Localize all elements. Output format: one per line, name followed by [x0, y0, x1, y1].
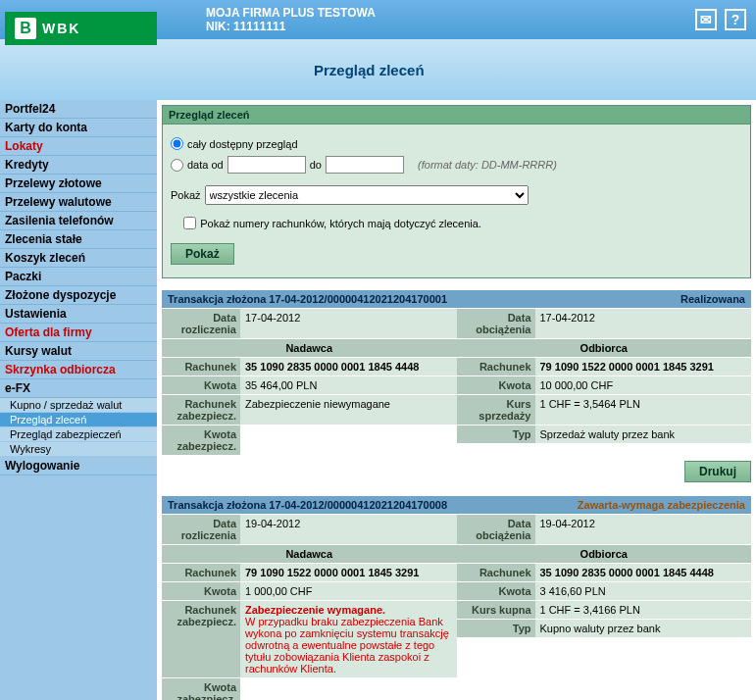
filter-panel: cały dostępny przegląd data od do (forma… [162, 125, 751, 278]
action-button-drukuj[interactable]: Drukuj [684, 461, 751, 482]
tx-title: Transakcja złożona 17-04-2012/0000041202… [162, 290, 506, 308]
sidebar-item[interactable]: Przelewy walutowe [0, 193, 157, 212]
sidebar-item[interactable]: Oferta dla firmy [0, 324, 157, 342]
sidebar-item[interactable]: Zasilenia telefonów [0, 212, 157, 230]
nik-value: 11111111 [233, 20, 285, 33]
tx-status: Zawarta-wymaga zabezpieczenia [506, 496, 751, 514]
sidebar-item[interactable]: Kredyty [0, 156, 157, 175]
sidebar-sub-item[interactable]: Kupno / sprzedaż walut [0, 398, 157, 413]
date-to-input[interactable] [326, 156, 404, 174]
label: Data rozliczenia [162, 515, 240, 544]
radio-all[interactable] [171, 137, 183, 150]
security-warning: Zabezpieczenie wymagane.W przypadku brak… [240, 601, 457, 677]
sidebar-item[interactable]: Złożone dyspozycje [0, 286, 157, 305]
bank-logo: BWBK [5, 12, 157, 95]
help-icon[interactable]: ? [725, 9, 746, 30]
radio-range[interactable] [171, 159, 183, 172]
show-accounts-checkbox[interactable] [183, 217, 196, 229]
sidebar-item[interactable]: Paczki [0, 268, 157, 286]
sidebar-sub-item[interactable]: Przegląd zabezpieczeń [0, 427, 157, 442]
section-header: Odbiorca [457, 544, 752, 563]
date-from-input[interactable] [227, 156, 306, 174]
panel-title: Przegląd zleceń [162, 105, 751, 125]
show-label: Pokaż [171, 189, 201, 201]
sidebar-item[interactable]: Zlecenia stałe [0, 230, 157, 249]
section-header: Nadawca [162, 544, 457, 563]
radio-range-label: data od [187, 159, 224, 171]
sidebar-item[interactable]: Kursy walut [0, 342, 157, 361]
sidebar-sub-item[interactable]: Wykresy [0, 442, 157, 457]
sidebar-item[interactable]: Przelewy złotowe [0, 175, 157, 193]
page-title: Przegląd zleceń [314, 62, 425, 78]
tx-status: Realizowana [506, 290, 751, 308]
mail-icon[interactable]: ✉ [695, 9, 717, 30]
sidebar-item[interactable]: Koszyk zleceń [0, 249, 157, 268]
sidebar-item[interactable]: Karty do konta [0, 119, 157, 137]
checkbox-label: Pokaż numery rachunków, których mają dot… [200, 218, 481, 229]
tx-title: Transakcja złożona 17-04-2012/0000041202… [162, 496, 506, 514]
company-name: MOJA FIRMA PLUS TESTOWA [206, 6, 695, 20]
logout-item[interactable]: Wylogowanie [0, 457, 157, 475]
sidebar-item[interactable]: Portfel24 [0, 100, 157, 119]
value: 17-04-2012 [240, 309, 457, 338]
section-header: Nadawca [162, 338, 457, 357]
sidebar-item[interactable]: e-FX [0, 379, 157, 398]
radio-all-label: cały dostępny przegląd [187, 138, 298, 150]
date-format-hint: (format daty: DD-MM-RRRR) [418, 159, 557, 171]
filter-select[interactable]: wszystkie zlecenia [205, 185, 529, 205]
sidebar-item[interactable]: Skrzynka odbiorcza [0, 361, 157, 379]
sidebar-item[interactable]: Ustawienia [0, 305, 157, 324]
nik-label: NIK: [206, 20, 230, 33]
sidebar-item[interactable]: Lokaty [0, 137, 157, 156]
label: Data rozliczenia [162, 309, 240, 338]
sidebar-sub-item[interactable]: Przegląd zleceń [0, 413, 157, 427]
section-header: Odbiorca [457, 338, 752, 357]
sidebar: Portfel24Karty do kontaLokatyKredytyPrze… [0, 100, 157, 700]
value: 19-04-2012 [240, 515, 457, 544]
show-button[interactable]: Pokaż [171, 243, 234, 265]
